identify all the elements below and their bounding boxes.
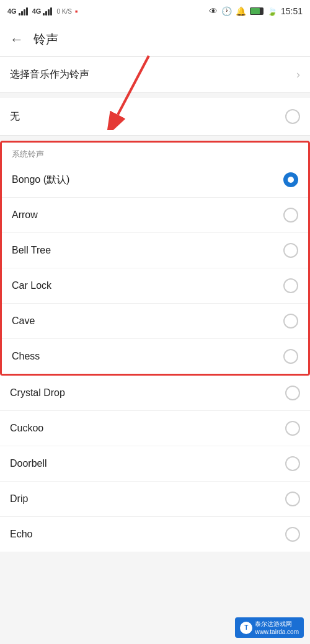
watermark-text: 泰尔达游戏网 www.tairda.com (255, 620, 299, 635)
watermark: T 泰尔达游戏网 www.tairda.com (235, 617, 304, 638)
battery-icon (250, 7, 264, 15)
radio-doorbell[interactable] (285, 456, 300, 471)
system-ringtones-section: 系统铃声 Bongo (默认) Arrow Bell Tree Car Lock… (0, 141, 310, 376)
watermark-line1: 泰尔达游戏网 (255, 620, 299, 629)
activity-icon: ▪ (75, 6, 78, 16)
list-item-bongo[interactable]: Bongo (默认) (2, 162, 308, 198)
ringtone-name-doorbell: Doorbell (10, 458, 47, 469)
choose-music-row[interactable]: 选择音乐作为铃声 › (0, 57, 310, 93)
none-radio[interactable] (285, 109, 300, 124)
ringtone-name-chess: Chess (12, 351, 40, 362)
status-right: 👁 🕐 🔔 🍃 15:51 (209, 6, 303, 16)
list-item-chess[interactable]: Chess (2, 339, 308, 374)
none-row[interactable]: 无 (0, 98, 310, 136)
status-left: 4G 4G 0 K/S ▪ (7, 6, 78, 16)
radio-car-lock[interactable] (283, 278, 298, 293)
extra-ringtones-list: Crystal Drop Cuckoo Doorbell Drip Echo (0, 376, 310, 552)
alarm-icon: 🔔 (236, 6, 246, 16)
list-item-drip[interactable]: Drip (0, 482, 310, 517)
signal-icon-2 (43, 7, 52, 15)
ringtone-name-bell-tree: Bell Tree (12, 245, 51, 256)
ringtone-name-arrow: Arrow (12, 210, 38, 221)
ringtone-name-bongo: Bongo (默认) (12, 174, 69, 187)
list-item-cuckoo[interactable]: Cuckoo (0, 411, 310, 446)
list-item-crystal-drop[interactable]: Crystal Drop (0, 376, 310, 411)
list-item-bell-tree[interactable]: Bell Tree (2, 233, 308, 268)
eye-icon: 👁 (209, 6, 218, 16)
signal-icon-1 (19, 7, 28, 15)
network-2-label: 4G (32, 7, 42, 15)
ringtone-name-crystal-drop: Crystal Drop (10, 387, 65, 399)
radio-cuckoo[interactable] (285, 421, 300, 436)
list-item-car-lock[interactable]: Car Lock (2, 268, 308, 304)
radio-echo[interactable] (285, 527, 300, 542)
radio-bongo[interactable] (283, 172, 298, 187)
system-section-label: 系统铃声 (2, 143, 308, 162)
watermark-line2: www.tairda.com (255, 629, 299, 635)
radio-bell-tree[interactable] (283, 243, 298, 258)
ringtone-name-cuckoo: Cuckoo (10, 423, 43, 434)
radio-arrow[interactable] (283, 208, 298, 223)
none-label: 无 (10, 110, 20, 123)
chevron-right-icon: › (296, 68, 300, 81)
choose-music-label: 选择音乐作为铃声 (10, 68, 89, 81)
ringtone-name-cave: Cave (12, 315, 35, 327)
list-item-echo[interactable]: Echo (0, 517, 310, 552)
radio-drip[interactable] (285, 492, 300, 506)
leaf-icon: 🍃 (267, 7, 277, 16)
back-button[interactable]: ← (10, 32, 24, 48)
ringtone-name-echo: Echo (10, 529, 32, 540)
status-bar: 4G 4G 0 K/S ▪ 👁 🕐 🔔 🍃 15:51 (0, 0, 310, 22)
header: ← 铃声 (0, 22, 310, 57)
ringtone-name-drip: Drip (10, 493, 28, 505)
radio-crystal-drop[interactable] (285, 386, 300, 400)
ringtone-name-car-lock: Car Lock (12, 280, 51, 291)
list-item-doorbell[interactable]: Doorbell (0, 446, 310, 482)
clock-icon: 🕐 (221, 6, 232, 16)
list-item-cave[interactable]: Cave (2, 304, 308, 339)
radio-inner-bongo (288, 177, 294, 183)
radio-chess[interactable] (283, 349, 298, 364)
network-1-label: 4G (7, 7, 17, 15)
list-item-arrow[interactable]: Arrow (2, 198, 308, 233)
page-title: 铃声 (33, 31, 58, 48)
time-display: 15:51 (281, 6, 303, 16)
radio-cave[interactable] (283, 314, 298, 329)
data-speed: 0 K/S (56, 8, 71, 15)
watermark-logo: T (240, 622, 252, 634)
